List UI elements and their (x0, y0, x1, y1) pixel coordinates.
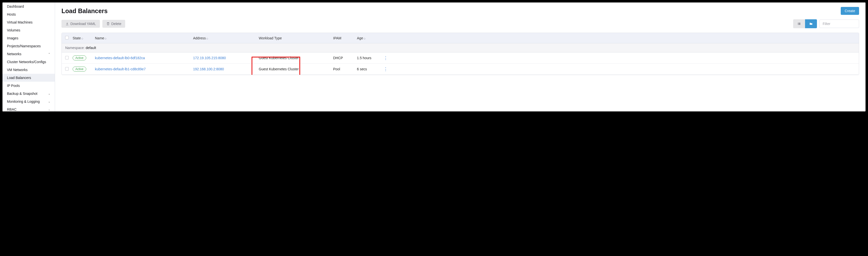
trash-icon (106, 22, 110, 26)
col-header-ipam[interactable]: IPAM (333, 36, 357, 40)
col-header-age[interactable]: Age◇ (357, 36, 380, 40)
ipam-value: DHCP (333, 56, 343, 60)
sort-icon: ◇ (206, 37, 208, 40)
sort-icon: ◇ (104, 37, 106, 40)
chevron-down-icon: ⌄ (48, 100, 50, 103)
table-header: State◇ Name◇ Address◇ Workload Type IPAM… (62, 33, 859, 43)
ipam-value: Pool (333, 67, 340, 71)
table-row: Active kubernetes-default-lb0-6df182ca 1… (62, 52, 859, 64)
download-icon (65, 22, 69, 26)
status-badge: Active (73, 56, 86, 61)
sidebar-item-images[interactable]: Images (2, 34, 55, 42)
chevron-down-icon: ⌄ (48, 92, 50, 95)
lb-address-link[interactable]: 172.19.105.215:8080 (193, 56, 226, 60)
col-header-workload[interactable]: Workload Type (259, 36, 333, 40)
data-table: State◇ Name◇ Address◇ Workload Type IPAM… (61, 33, 859, 75)
workload-type: Guest Kubernetes Cluster (259, 67, 299, 71)
sidebar-item-cluster-networks[interactable]: Cluster Networks/Configs (2, 58, 55, 66)
sidebar-item-volumes[interactable]: Volumes (2, 26, 55, 34)
lb-name-link[interactable]: kubernetes-default-lb0-6df182ca (95, 56, 145, 60)
list-view-button[interactable] (793, 19, 805, 28)
status-badge: Active (73, 67, 86, 72)
age-value: 1.5 hours (357, 56, 371, 60)
list-icon (797, 22, 801, 26)
group-view-button[interactable] (805, 19, 817, 28)
sidebar-item-ip-pools[interactable]: IP Pools (2, 82, 55, 89)
col-header-state[interactable]: State◇ (73, 36, 95, 40)
row-checkbox[interactable] (65, 67, 69, 71)
sidebar-item-projects-namespaces[interactable]: Projects/Namespaces (2, 42, 55, 50)
svg-rect-2 (798, 24, 798, 24)
col-header-address[interactable]: Address◇ (193, 36, 259, 40)
page-title: Load Balancers (61, 7, 107, 14)
sidebar-item-monitoring-logging[interactable]: Monitoring & Logging⌄ (2, 98, 55, 106)
chevron-down-icon: ⌄ (48, 108, 50, 111)
workload-type: Guest Kubernetes Cluster (259, 56, 299, 60)
sidebar-item-networks[interactable]: Networks⌃ (2, 50, 55, 58)
sort-icon: ◇ (81, 37, 83, 40)
svg-rect-4 (798, 24, 798, 25)
sidebar-item-dashboard[interactable]: Dashboard (2, 2, 55, 10)
sidebar-item-hosts[interactable]: Hosts (2, 10, 55, 18)
sidebar-item-backup-snapshot[interactable]: Backup & Snapshot⌄ (2, 89, 55, 98)
table-row: Active kubernetes-default-lb1-cd8c89e7 1… (62, 64, 859, 75)
select-all-checkbox[interactable] (65, 36, 69, 39)
main-content: Load Balancers Create Download YAML Dele… (55, 2, 866, 111)
row-checkbox[interactable] (65, 56, 69, 60)
sidebar-item-rbac[interactable]: RBAC⌄ (2, 106, 55, 111)
col-header-name[interactable]: Name◇ (95, 36, 193, 40)
lb-address-link[interactable]: 192.168.100.2:8080 (193, 67, 224, 71)
sidebar-item-load-balancers[interactable]: Load Balancers (2, 74, 55, 82)
delete-button[interactable]: Delete (102, 20, 125, 28)
svg-rect-3 (799, 24, 801, 24)
sidebar: Dashboard Hosts Virtual Machines Volumes… (2, 2, 55, 111)
lb-name-link[interactable]: kubernetes-default-lb1-cd8c89e7 (95, 67, 146, 71)
download-yaml-button[interactable]: Download YAML (61, 20, 100, 28)
sort-icon: ◇ (364, 37, 366, 40)
row-actions-menu[interactable]: ⋮ (383, 67, 388, 72)
folder-icon (809, 22, 813, 26)
create-button[interactable]: Create (841, 7, 859, 15)
filter-input[interactable] (819, 20, 859, 28)
svg-rect-1 (799, 23, 801, 23)
sidebar-item-vm-networks[interactable]: VM Networks (2, 66, 55, 74)
age-value: 6 secs (357, 67, 367, 71)
view-toggle (793, 19, 817, 28)
svg-rect-5 (799, 24, 801, 25)
sidebar-item-virtual-machines[interactable]: Virtual Machines (2, 18, 55, 26)
namespace-group-row: Namespace: default (62, 43, 859, 52)
svg-rect-0 (798, 23, 798, 23)
row-actions-menu[interactable]: ⋮ (383, 56, 388, 61)
chevron-up-icon: ⌃ (48, 52, 50, 56)
